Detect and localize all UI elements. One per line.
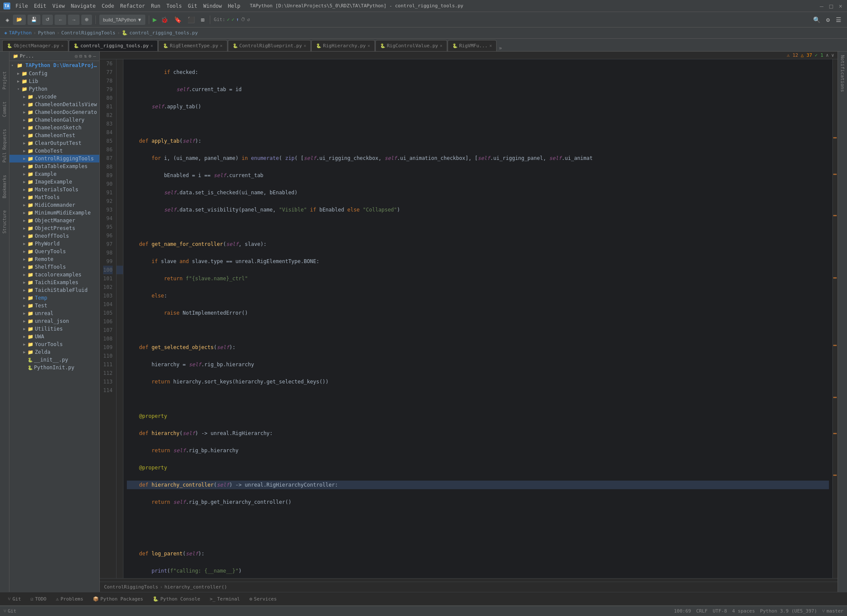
tree-item-tacolor[interactable]: ▶ 📁 tacolorexamples <box>9 271 99 279</box>
menu-window[interactable]: Window <box>201 2 224 10</box>
tree-item-ctrlrig[interactable]: ▶ 📁 ControlRiggingTools <box>9 155 99 162</box>
tree-item-lib[interactable]: ▶ 📁 Lib <box>9 77 99 85</box>
more-icon[interactable]: ☰ <box>834 15 844 25</box>
branch-name[interactable]: ⑂ master <box>822 608 844 614</box>
tree-item-pythoninit[interactable]: 🐍 PythonInit.py <box>9 364 99 371</box>
tree-root-item[interactable]: ▾ 📁 TAPython D:\UnrealProjects\5 <box>9 61 99 70</box>
language-info[interactable]: Python 3.9 (UE5_397) <box>760 608 817 614</box>
tree-item-shelftools[interactable]: ▶ 📁 ShelfTools <box>9 263 99 271</box>
editor-scrollbar[interactable] <box>832 59 838 578</box>
tree-item-yourtools[interactable]: ▶ 📁 YourTools <box>9 340 99 348</box>
tab-rigelemtype[interactable]: 🐍 RigElementType.py × <box>158 40 227 51</box>
coverage-button[interactable]: 🔖 <box>172 15 184 25</box>
tab-objectmanager[interactable]: 🐍 ObjectManager.py × <box>2 40 68 51</box>
tab-righierarchy[interactable]: 🐍 RigHierarchy.py × <box>311 40 374 51</box>
breadcrumb-part2[interactable]: Python <box>38 30 55 36</box>
tree-item-chameleon-test[interactable]: ▶ 📁 ChameleonTest <box>9 132 99 139</box>
tab-controlrigging[interactable]: 🐍 control_rigging_tools.py × <box>69 40 158 51</box>
tree-item-unreal-json[interactable]: ▶ 📁 unreal_json <box>9 317 99 325</box>
tree-item-remote[interactable]: ▶ 📁 Remote <box>9 255 99 263</box>
scroll-up-btn[interactable]: ∧ <box>826 52 829 58</box>
menu-navigate[interactable]: Navigate <box>68 2 98 10</box>
tab-git[interactable]: ⑂ Git <box>3 595 25 604</box>
menu-refactor[interactable]: Refactor <box>117 2 147 10</box>
tree-item-querytools[interactable]: ▶ 📁 QueryTools <box>9 248 99 255</box>
tab-close-3[interactable]: × <box>220 43 223 48</box>
horizontal-scrollbar[interactable] <box>100 578 838 582</box>
tab-rigvmfu[interactable]: 🐍 RigVMFu... × <box>448 40 497 51</box>
menu-git[interactable]: Git <box>185 2 200 10</box>
settings-icon-tree[interactable]: ⚙ <box>89 53 92 59</box>
back-button[interactable]: ← <box>55 15 66 25</box>
notifications-label[interactable]: Notifications <box>839 53 846 94</box>
tab-services[interactable]: ⚙ Services <box>245 595 281 604</box>
sort-icon[interactable]: ⇅ <box>84 53 87 59</box>
tab-python-packages[interactable]: 📦 Python Packages <box>89 595 147 604</box>
menu-code[interactable]: Code <box>99 2 117 10</box>
menu-view[interactable]: View <box>50 2 68 10</box>
tree-item-clearoutput[interactable]: ▶ 📁 ClearOutputTest <box>9 139 99 147</box>
tab-rigctrlval[interactable]: 🐍 RigControlValue.py × <box>375 40 447 51</box>
tab-terminal[interactable]: >_ Terminal <box>206 595 244 604</box>
encoding[interactable]: UTF-8 <box>713 608 727 614</box>
more-tabs-icon[interactable]: » <box>499 45 502 51</box>
tree-item-chameleon-sketch[interactable]: ▶ 📁 ChameleonSketch <box>9 124 99 132</box>
structure-label[interactable]: Structure <box>1 208 8 236</box>
tab-close-5[interactable]: × <box>368 43 370 48</box>
tree-item-minimumidi[interactable]: ▶ 📁 MinimumMidiExample <box>9 209 99 217</box>
tree-item-datatable[interactable]: ▶ 📁 DataTableExamples <box>9 162 99 170</box>
minimize-button[interactable]: — <box>819 3 825 9</box>
more-actions-button[interactable]: ⊕ <box>81 15 92 25</box>
open-file-button[interactable]: 📂 <box>13 15 26 25</box>
run-button[interactable]: ▶ <box>153 15 157 24</box>
tree-item-temp[interactable]: ▶ 📁 Temp <box>9 294 99 302</box>
tree-item-zelda[interactable]: ▶ 📁 Zelda <box>9 348 99 356</box>
code-editor[interactable]: if checked: self.current_tab = id self.a… <box>123 59 832 578</box>
maximize-button[interactable]: □ <box>828 3 834 9</box>
collapse-icon[interactable]: ⊟ <box>80 53 83 59</box>
breadcrumb-filename[interactable]: control_rigging_tools.py <box>129 30 198 36</box>
tree-item-chameleon-details[interactable]: ▶ 📁 ChameleonDetailsView <box>9 101 99 108</box>
forward-button[interactable]: → <box>68 15 80 25</box>
tree-item-vscode[interactable]: ▶ 📁 .vscode <box>9 93 99 101</box>
scroll-down-btn[interactable]: ∨ <box>831 52 834 58</box>
search-icon[interactable]: 🔍 <box>811 15 822 25</box>
tree-item-uwa[interactable]: ▶ 📁 UWA <box>9 333 99 340</box>
pull-requests-label[interactable]: Pull Requests <box>1 126 8 165</box>
tree-item-taichi-ex[interactable]: ▶ 📁 TaichiExamples <box>9 279 99 286</box>
tree-item-taichi-stable[interactable]: ▶ 📁 TaichiStableFluid <box>9 286 99 294</box>
tree-item-objectpresets[interactable]: ▶ 📁 ObjectPresets <box>9 224 99 232</box>
tree-item-chameleon-gallery[interactable]: ▶ 📁 ChameleonGallery <box>9 116 99 124</box>
menu-run[interactable]: Run <box>148 2 163 10</box>
commit-panel-label[interactable]: Commit <box>1 99 8 120</box>
debug-button[interactable]: 🐞 <box>159 15 170 25</box>
project-panel-label[interactable]: Project <box>1 69 8 92</box>
breadcrumb-part3[interactable]: ControlRiggingTools <box>61 30 116 36</box>
tree-item-combotest[interactable]: ▶ 📁 ComboTest <box>9 147 99 155</box>
close-panel-icon[interactable]: — <box>93 53 96 59</box>
tree-item-chameleon-doc[interactable]: ▶ 📁 ChameleonDocGenerato <box>9 108 99 116</box>
tree-item-imageex[interactable]: ▶ 📁 ImageExample <box>9 178 99 186</box>
tab-python-console[interactable]: 🐍 Python Console <box>148 595 205 604</box>
locate-icon[interactable]: ◎ <box>75 53 78 59</box>
bookmarks-label[interactable]: Bookmarks <box>1 172 8 201</box>
tree-item-oneofftools[interactable]: ▶ 📁 OneoffTools <box>9 232 99 240</box>
tree-item-phyworld[interactable]: ▶ 📁 PhyWorld <box>9 240 99 248</box>
tree-item-utilities[interactable]: ▶ 📁 Utilities <box>9 325 99 333</box>
tab-ctrlrigbp[interactable]: 🐍 ControlRigBlueprint.py × <box>228 40 311 51</box>
tree-item-python[interactable]: ▾ 📁 Python <box>9 85 99 93</box>
tree-item-materials[interactable]: ▶ 📁 MaterialsTools <box>9 186 99 193</box>
tab-close-2[interactable]: × <box>150 43 153 48</box>
tree-item-init[interactable]: 🐍 __init__.py <box>9 356 99 364</box>
menu-tools[interactable]: Tools <box>164 2 184 10</box>
code-container[interactable]: 76 77 78 79 80 81 82 83 84 85 86 87 88 8… <box>100 59 838 578</box>
tree-item-mattools[interactable]: ▶ 📁 MatTools <box>9 193 99 201</box>
menu-help[interactable]: Help <box>225 2 243 10</box>
build-button[interactable]: build_TAPython ▼ <box>99 15 145 25</box>
tab-todo[interactable]: ☑ TODO <box>26 595 51 604</box>
git-branch-status[interactable]: ⑂ Git <box>3 608 16 614</box>
tree-item-midicommander[interactable]: ▶ 📁 MidiCommander <box>9 201 99 209</box>
tab-close-1[interactable]: × <box>61 43 64 48</box>
project-tree[interactable]: ▾ 📁 TAPython D:\UnrealProjects\5 ▶ 📁 Con… <box>9 61 99 592</box>
settings-icon[interactable]: ⚙ <box>824 15 832 25</box>
